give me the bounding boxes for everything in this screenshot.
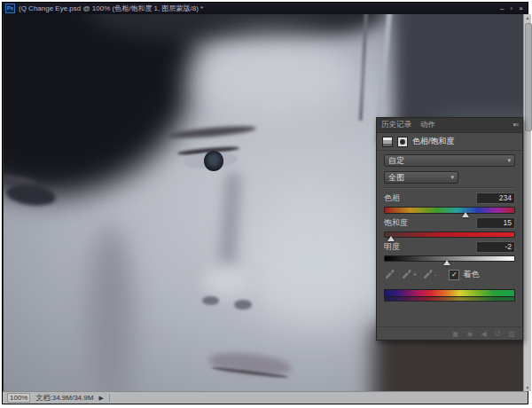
plus-sign: + <box>413 271 417 278</box>
document-title: (Q Change Eye.psd @ 100% (色相/饱和度 1, 图层蒙版… <box>19 4 497 13</box>
eyedropper-add-icon[interactable] <box>401 269 412 280</box>
scroll-up-icon[interactable]: ▲ <box>524 15 531 20</box>
status-expand-icon[interactable]: ▶ <box>98 395 103 402</box>
spectrum-original-bar <box>384 289 515 297</box>
preset-dropdown[interactable]: 自定 ▾ <box>384 154 515 167</box>
channel-dropdown[interactable]: 全图 ▾ <box>384 171 458 184</box>
hue-slider[interactable] <box>384 207 515 214</box>
chevron-down-icon: ▾ <box>450 174 454 181</box>
lightness-label: 明度 <box>384 241 400 253</box>
minus-sign: - <box>434 271 436 278</box>
eyedropper-icon[interactable] <box>384 269 395 280</box>
adjustment-header: 色相/饱和度 <box>377 133 522 151</box>
photo-iris <box>204 151 223 171</box>
spectrum-bars <box>384 289 515 302</box>
previous-state-icon[interactable]: ◀ <box>481 330 487 338</box>
photoshop-app-icon: Ps <box>5 4 15 13</box>
hue-slider-handle[interactable] <box>462 212 469 217</box>
photo-nostril <box>202 296 219 305</box>
tab-actions[interactable]: 动作 <box>420 120 435 130</box>
photo-forehead-highlight <box>191 37 357 121</box>
divider <box>384 187 515 189</box>
photoshop-window: Ps (Q Change Eye.psd @ 100% (色相/饱和度 1, 图… <box>2 2 528 404</box>
colorize-label: 着色 <box>463 269 479 280</box>
document-size-info: 文档:34.9M/34.9M <box>35 393 93 403</box>
minimize-button[interactable]: – <box>500 4 504 13</box>
check-icon[interactable]: ✓ <box>449 270 459 280</box>
delete-adjustment-icon[interactable]: ▥ <box>508 330 515 338</box>
reset-icon[interactable]: ↺ <box>495 330 501 338</box>
lightness-slider[interactable] <box>384 255 515 262</box>
eyedropper-subtract-icon[interactable] <box>422 269 434 280</box>
saturation-slider-handle[interactable] <box>387 236 395 241</box>
maximize-button[interactable]: ▫ <box>510 4 512 13</box>
panel-menu-icon[interactable]: ▾≡ <box>512 122 518 129</box>
divider <box>109 394 110 402</box>
title-bar: Ps (Q Change Eye.psd @ 100% (色相/饱和度 1, 图… <box>3 3 528 14</box>
photo-jaw-shadow <box>87 225 134 391</box>
photo-cheek-highlight <box>243 203 388 324</box>
scroll-down-icon[interactable]: ▼ <box>524 385 531 390</box>
mask-icon <box>397 137 408 147</box>
spectrum-adjusted-bar <box>384 297 515 302</box>
channel-value: 全图 <box>388 172 404 184</box>
saturation-label: 饱和度 <box>384 217 408 229</box>
panel-footer: ▣ ◉ ◀ ↺ ▥ <box>377 326 522 340</box>
photo-nose-tip <box>204 263 251 297</box>
hue-value-field[interactable]: 234 <box>476 192 515 204</box>
saturation-slider[interactable] <box>384 231 515 238</box>
scrollbar-thumb[interactable] <box>525 23 532 131</box>
preset-value: 自定 <box>388 155 404 167</box>
colorize-checkbox-group[interactable]: ✓ 着色 <box>449 269 479 280</box>
close-button[interactable]: × <box>519 4 523 13</box>
visibility-icon[interactable]: ◉ <box>467 330 473 338</box>
hue-saturation-panel: 历史记录 动作 ▾≡ 色相/饱和度 自定 ▾ 全图 ▾ <box>376 117 523 341</box>
vertical-scrollbar[interactable]: ▲ ▼ <box>523 14 531 391</box>
chevron-down-icon: ▾ <box>507 157 511 164</box>
tab-history[interactable]: 历史记录 <box>381 120 411 130</box>
status-bar: 100% 文档:34.9M/34.9M ▶ <box>3 391 528 404</box>
lightness-value-field[interactable]: -2 <box>476 241 515 253</box>
clip-to-layer-icon[interactable]: ▣ <box>452 330 459 338</box>
screenshot-frame: Ps (Q Change Eye.psd @ 100% (色相/饱和度 1, 图… <box>0 0 532 408</box>
photo-eyebrow <box>167 123 255 140</box>
photo-nostril <box>234 300 253 310</box>
panel-tab-bar: 历史记录 动作 ▾≡ <box>377 118 522 133</box>
adjustment-icon <box>382 137 393 147</box>
hue-label: 色相 <box>384 192 400 204</box>
zoom-level-field[interactable]: 100% <box>7 393 30 403</box>
adjustment-title: 色相/饱和度 <box>412 136 455 147</box>
lightness-slider-handle[interactable] <box>443 260 450 265</box>
saturation-value-field[interactable]: 15 <box>476 217 515 229</box>
